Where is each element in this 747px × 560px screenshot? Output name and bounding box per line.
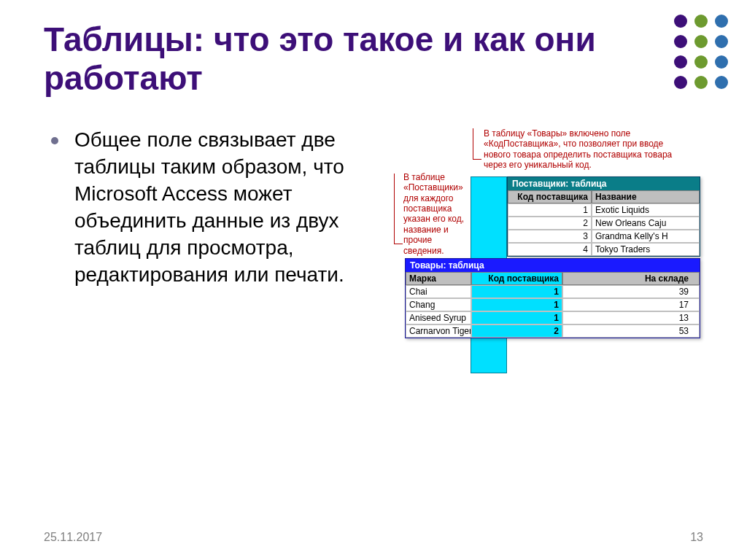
slide-title: Таблицы: что это такое и как они работаю…	[44, 20, 642, 98]
header-cell: Название	[592, 190, 700, 203]
cell-stock: 53	[562, 324, 700, 338]
table-title: Товары: таблица	[406, 259, 700, 272]
suppliers-table: Поставщики: таблица Код поставщика Назва…	[507, 176, 700, 257]
cell-code: 2	[508, 217, 592, 230]
cell-brand: Carnarvon Tigers	[406, 324, 471, 338]
connector-line	[473, 159, 481, 160]
header-cell: Код поставщика	[508, 190, 592, 203]
cell-brand: Chai	[406, 285, 471, 298]
table-header-row: Код поставщика Название	[508, 190, 700, 203]
cell-name: New Orleans Caju	[592, 217, 700, 230]
table-title: Поставщики: таблица	[508, 177, 700, 190]
table-row: 2 New Orleans Caju	[508, 217, 700, 230]
table-row: Chai 1 39	[406, 285, 700, 298]
callout-left: В таблице «Поставщики» для каждого поста…	[401, 171, 471, 257]
cell-brand: Aniseed Syrup	[406, 311, 471, 324]
footer-page: 13	[690, 531, 703, 544]
cell-code: 1	[471, 298, 562, 311]
cell-code: 4	[508, 243, 592, 256]
footer-date: 25.11.2017	[44, 531, 102, 544]
table-row: 3 Grandma Kelly's H	[508, 230, 700, 243]
cell-code: 1	[471, 285, 562, 298]
cell-name: Tokyo Traders	[592, 243, 700, 256]
header-cell: Код поставщика	[471, 272, 562, 285]
cell-code: 2	[471, 324, 562, 338]
callout-top: В таблицу «Товары» включено поле «КодПос…	[481, 127, 682, 172]
decorative-dots	[674, 15, 728, 89]
connector-line	[394, 174, 395, 244]
table-header-row: Марка Код поставщика На складе	[406, 272, 700, 285]
products-table: Товары: таблица Марка Код поставщика На …	[405, 258, 700, 338]
table-row: 1 Exotic Liquids	[508, 203, 700, 217]
table-row: 4 Tokyo Traders	[508, 243, 700, 256]
cell-code: 3	[508, 230, 592, 243]
cell-code: 1	[508, 203, 592, 217]
header-cell: Марка	[406, 272, 471, 285]
connector-line	[394, 244, 403, 244]
bullet-item: Общее поле связывает две таблицы таким о…	[44, 120, 350, 289]
bullet-text: Общее поле связывает две таблицы таким о…	[74, 127, 350, 289]
cell-name: Exotic Liquids	[592, 203, 700, 217]
cell-name: Grandma Kelly's H	[592, 230, 700, 243]
table-row: Chang 1 17	[406, 298, 700, 311]
cell-brand: Chang	[406, 298, 471, 311]
connector-line	[473, 128, 473, 160]
header-cell: На складе	[562, 272, 700, 285]
cell-stock: 13	[562, 311, 700, 324]
table-row: Aniseed Syrup 1 13	[406, 311, 700, 324]
cell-code: 1	[471, 311, 562, 324]
table-row: Carnarvon Tigers 2 53	[406, 324, 700, 338]
cell-stock: 17	[562, 298, 700, 311]
slide-footer: 25.11.2017 13	[44, 531, 703, 544]
cell-stock: 39	[562, 285, 700, 298]
